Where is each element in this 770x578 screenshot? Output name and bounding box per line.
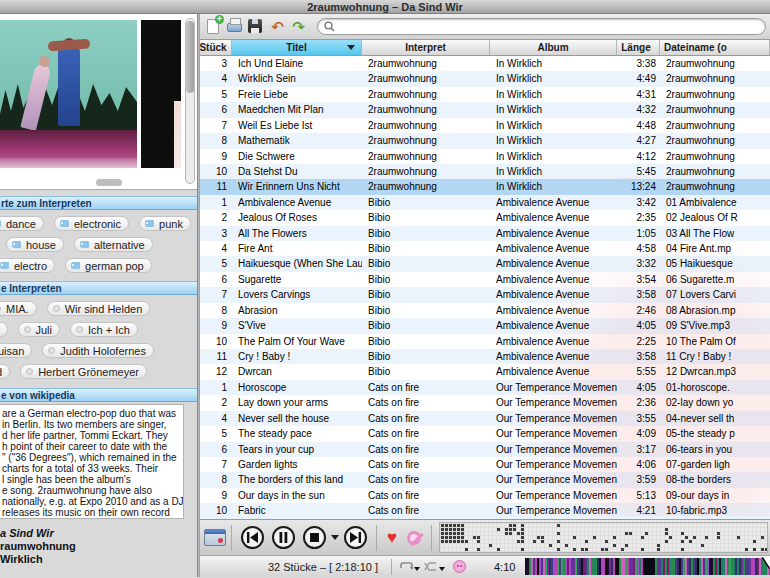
shuffle-mode-button[interactable] — [424, 562, 445, 571]
cell-filename: 02-lay down yo — [660, 395, 770, 410]
table-row[interactable]: 8The borders of this landCats on fireOur… — [200, 472, 770, 487]
tag-pill[interactable]: house — [6, 237, 64, 252]
column-header-length[interactable]: Länge — [617, 40, 660, 55]
table-row[interactable]: 11Cry ! Baby !BibioAmbivalence Avenue3:5… — [200, 349, 770, 364]
new-document-button[interactable] — [206, 18, 223, 35]
table-row[interactable]: 5Freie Liebe2raumwohnungIn Wirklich4:312… — [200, 87, 770, 102]
table-row[interactable]: 5Haikuesque (When She Laughs)BibioAmbiva… — [200, 256, 770, 271]
cell-length: 4:48 — [617, 118, 660, 133]
tag-pill[interactable]: dance — [0, 216, 44, 231]
search-input[interactable] — [339, 21, 759, 33]
redo-button[interactable]: ↷ — [290, 18, 307, 35]
table-row[interactable]: 4Never sell the houseCats on fireOur Tem… — [200, 411, 770, 426]
cell-track: 10 — [200, 334, 232, 349]
column-header-artist[interactable]: Interpret — [362, 40, 490, 55]
table-row[interactable]: 9S'ViveBibioAmbivalence Avenue4:0509 S'V… — [200, 318, 770, 333]
ban-track-button[interactable] — [407, 531, 421, 545]
love-track-button[interactable]: ♥ — [387, 528, 397, 548]
photos-resize-handle[interactable] — [96, 179, 122, 186]
artist-label: d — [0, 366, 2, 378]
cell-artist: Bibio — [362, 256, 490, 271]
artist-pill[interactable]: Judith Holofernes — [42, 343, 154, 358]
cell-album: Our Temperance Movement — [490, 411, 617, 426]
table-row[interactable]: 2Lay down your armsCats on fireOur Tempe… — [200, 395, 770, 410]
tag-pill[interactable]: punk — [139, 216, 191, 231]
cell-length: 4:09 — [617, 426, 660, 441]
artist-pill[interactable]: z — [0, 322, 8, 337]
artist-pill[interactable]: d — [0, 364, 10, 379]
table-row[interactable]: 11Wir Erinnern Uns Nicht2raumwohnungIn W… — [200, 179, 770, 194]
repeat-dropdown-arrow[interactable] — [414, 567, 420, 571]
tag-pill[interactable]: electro — [0, 258, 55, 273]
tag-row: electrogerman pop — [0, 258, 197, 273]
mood-icon[interactable] — [453, 560, 466, 573]
table-row[interactable]: 3Ich Und Elaine2raumwohnungIn Wirklich3:… — [200, 56, 770, 71]
cell-artist: Bibio — [362, 349, 490, 364]
table-row[interactable]: 12DwrcanBibioAmbivalence Avenue5:5512 Dw… — [200, 364, 770, 379]
column-header-title[interactable]: Titel — [232, 40, 362, 55]
mini-player-button[interactable] — [204, 529, 226, 546]
table-row[interactable]: 7Garden lightsCats on fireOur Temperance… — [200, 457, 770, 472]
table-row[interactable]: 3All The FlowersBibioAmbivalence Avenue1… — [200, 226, 770, 241]
scrollbar-thumb[interactable] — [186, 21, 194, 93]
table-row[interactable]: 5The steady paceCats on fireOur Temperan… — [200, 426, 770, 441]
previous-track-button[interactable] — [241, 526, 264, 549]
artist-pill[interactable]: Ich + Ich — [70, 322, 138, 337]
tag-icon — [12, 241, 21, 248]
artist-pill[interactable]: Wir sind Helden — [47, 301, 151, 316]
table-row[interactable]: 9Die Schwere2raumwohnungIn Wirklich4:122… — [200, 149, 770, 164]
column-header-track[interactable]: Stück — [200, 40, 232, 55]
cell-filename: 2raumwohnung — [660, 133, 770, 148]
playback-menu-dropdown[interactable] — [331, 535, 339, 540]
repeat-mode-button[interactable] — [399, 562, 420, 571]
track-count-label: 32 Stücke – [ 2:18:10 ] — [200, 561, 386, 573]
tag-pill[interactable]: german pop — [65, 258, 152, 273]
photos-scrollbar[interactable] — [185, 18, 195, 184]
column-header-filename[interactable]: Dateiname (o — [660, 40, 770, 55]
seek-bar[interactable] — [525, 558, 770, 575]
table-row[interactable]: 10The Palm Of Your WaveBibioAmbivalence … — [200, 334, 770, 349]
cell-filename: 2raumwohnung — [660, 164, 770, 179]
cell-length: 4:49 — [617, 71, 660, 86]
artist-pill[interactable]: Juli — [18, 322, 61, 337]
column-header-album[interactable]: Album — [490, 40, 617, 55]
artist-pill[interactable]: Herbert Grönemeyer — [20, 364, 147, 379]
cell-filename: 2raumwohnung — [660, 149, 770, 164]
artist-pill[interactable]: uisan — [0, 343, 32, 358]
table-row[interactable]: 7Lovers CarvingsBibioAmbivalence Avenue3… — [200, 287, 770, 302]
cell-filename: 07-garden ligh — [660, 457, 770, 472]
table-row[interactable]: 10FabricCats on fireOur Temperance Movem… — [200, 503, 770, 518]
table-row[interactable]: 4Wirklich Sein2raumwohnungIn Wirklich4:4… — [200, 71, 770, 86]
table-row[interactable]: 10Da Stehst Du2raumwohnungIn Wirklich5:4… — [200, 164, 770, 179]
table-row[interactable]: 1HoroscopeCats on fireOur Temperance Mov… — [200, 380, 770, 395]
table-row[interactable]: 4Fire AntBibioAmbivalence Avenue4:5804 F… — [200, 241, 770, 256]
table-row[interactable]: 6Tears in your cupCats on fireOur Temper… — [200, 442, 770, 457]
print-button[interactable] — [227, 18, 244, 35]
cell-filename: 08 Abrasion.mp — [660, 303, 770, 318]
tag-pill[interactable]: electronic — [54, 216, 129, 231]
undo-button[interactable]: ↶ — [269, 18, 286, 35]
person-icon — [24, 326, 31, 333]
pause-button[interactable] — [272, 526, 295, 549]
table-row[interactable]: 9Our days in the sunCats on fireOur Temp… — [200, 488, 770, 503]
cell-artist: 2raumwohnung — [362, 149, 490, 164]
table-row[interactable]: 2Jealous Of RosesBibioAmbivalence Avenue… — [200, 210, 770, 225]
table-row[interactable]: 7Weil Es Liebe Ist2raumwohnungIn Wirklic… — [200, 118, 770, 133]
table-row[interactable]: 8AbrasionBibioAmbivalence Avenue2:4608 A… — [200, 303, 770, 318]
cell-album: Ambivalence Avenue — [490, 318, 617, 333]
table-row[interactable]: 8Mathematik2raumwohnungIn Wirklich4:272r… — [200, 133, 770, 148]
save-button[interactable] — [248, 18, 265, 35]
seek-position-marker[interactable] — [763, 557, 770, 568]
artist-pill[interactable]: MIA. — [0, 301, 37, 316]
search-field[interactable] — [317, 18, 766, 35]
table-row[interactable]: 6Maedchen Mit Plan2raumwohnungIn Wirklic… — [200, 102, 770, 117]
cell-track: 5 — [200, 256, 232, 271]
next-track-button[interactable] — [344, 526, 367, 549]
photo-reflection — [0, 158, 137, 168]
tag-icon — [80, 241, 89, 248]
shuffle-dropdown-arrow[interactable] — [439, 567, 445, 571]
table-row[interactable]: 6SugaretteBibioAmbivalence Avenue3:5406 … — [200, 272, 770, 287]
tag-pill[interactable]: alternative — [74, 237, 153, 252]
table-row[interactable]: 1Ambivalence AvenueBibioAmbivalence Aven… — [200, 195, 770, 210]
stop-button[interactable] — [303, 526, 326, 549]
